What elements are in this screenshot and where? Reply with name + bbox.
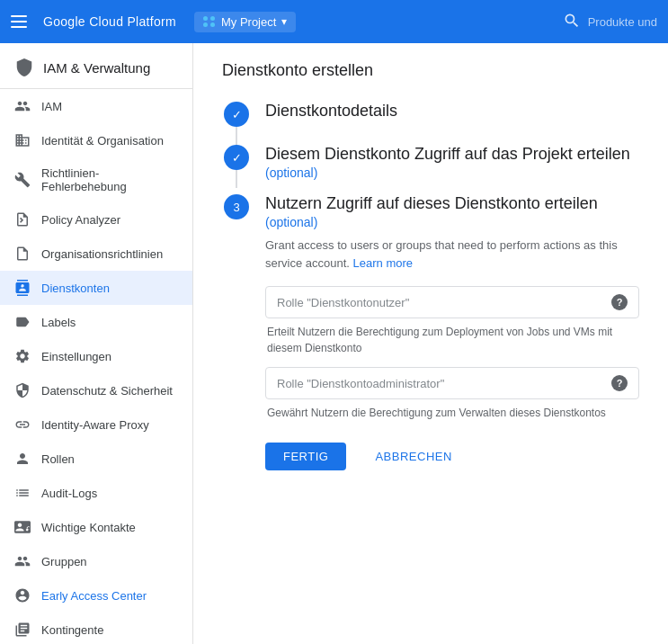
main-content: Dienstkonto erstellen ✓ Dienstkontodetai… (193, 43, 668, 644)
sidebar-label-einstellungen: Einstellungen (41, 350, 111, 363)
step-3-row: 3 Nutzern Zugriff auf dieses Dienstkonto… (222, 194, 639, 485)
sidebar-item-labels[interactable]: Labels (0, 305, 192, 339)
step-3-title: Nutzern Zugriff auf dieses Dienstkonto e… (265, 194, 639, 213)
role-2-help-text: ? (617, 378, 623, 389)
sidebar-item-identity-proxy[interactable]: Identity-Aware Proxy (0, 407, 192, 442)
project-name: My Project (221, 15, 276, 29)
step-2-connector: ✓ (222, 145, 251, 188)
sidebar-item-datenschutz[interactable]: Datenschutz & Sicherheit (0, 373, 192, 407)
app-name: Google Cloud Platform (43, 14, 176, 29)
sidebar-label-kontakte: Wichtige Kontakte (41, 521, 136, 534)
search-label: Produkte und (588, 15, 657, 29)
shield-icon (14, 58, 34, 77)
step-2-circle: ✓ (224, 145, 249, 170)
list-lines-icon (14, 485, 31, 501)
sidebar-label-policy-analyzer: Policy Analyzer (41, 213, 120, 227)
search-icon[interactable] (563, 12, 581, 32)
step-2-subtitle: (optional) (265, 165, 639, 180)
sidebar-label-iam: IAM (41, 100, 62, 113)
sidebar-item-rollen[interactable]: Rollen (0, 442, 192, 476)
gear-icon (14, 348, 31, 364)
role-1-wrapper[interactable]: Rolle "Dienstkontonutzer" ? (265, 286, 639, 318)
sidebar-item-audit-logs[interactable]: Audit-Logs (0, 476, 192, 510)
page-title: Dienstkonto erstellen (222, 61, 639, 80)
people-group-icon (14, 553, 31, 569)
top-navbar: Google Cloud Platform My Project ▾ Produ… (0, 0, 668, 43)
cancel-button[interactable]: ABBRECHEN (361, 443, 466, 470)
star-person-icon (14, 587, 31, 604)
step-2-row: ✓ Diesem Dienstkonto Zugriff auf das Pro… (222, 145, 639, 194)
list-doc-icon (14, 246, 31, 262)
sidebar-item-kontakte[interactable]: Wichtige Kontakte (0, 510, 192, 544)
sidebar-label-identity-org: Identität & Organisation (41, 134, 164, 148)
sidebar-item-gruppen[interactable]: Gruppen (0, 544, 192, 578)
step-1-checkmark: ✓ (232, 108, 242, 121)
sidebar-item-early-access[interactable]: Early Access Center (0, 578, 192, 613)
sidebar-label-policy-fix: Richtlinien-Fehlerbehebung (41, 166, 178, 193)
step-2-checkmark: ✓ (232, 151, 242, 165)
step-1-connector: ✓ (222, 102, 251, 145)
step-3-connector: 3 (222, 194, 251, 219)
sidebar-item-org-policies[interactable]: Organisationsrichtlinien (0, 237, 192, 271)
sidebar-header-title: IAM & Verwaltung (43, 60, 150, 76)
shield-lock-icon (14, 382, 31, 398)
chevron-down-icon: ▾ (281, 15, 287, 28)
role-2-label: Rolle "Dienstkontoadministrator" (277, 377, 444, 390)
sidebar-label-labels: Labels (41, 316, 76, 329)
person-list-icon (14, 519, 31, 535)
role-2-desc: Gewährt Nutzern die Berechtigung zum Ver… (265, 405, 639, 421)
hamburger-menu[interactable] (11, 11, 32, 32)
step-2-line (236, 170, 237, 188)
grid-doc-icon (14, 622, 31, 638)
sidebar-label-kontingente: Kontingente (41, 623, 103, 637)
role-1-label: Rolle "Dienstkontonutzer" (277, 296, 409, 309)
step-3-body-text: Grant access to users or groups that nee… (265, 238, 618, 270)
sidebar-item-policy-fix[interactable]: Richtlinien-Fehlerbehebung (0, 157, 192, 202)
step-2-title: Diesem Dienstkonto Zugriff auf das Proje… (265, 145, 639, 164)
step-1-row: ✓ Dienstkontodetails (222, 102, 639, 145)
step-3-number: 3 (233, 201, 239, 214)
person-badge-icon (14, 451, 31, 467)
main-layout: IAM & Verwaltung IAM Identität & Organis… (0, 43, 668, 644)
sidebar-item-policy-analyzer[interactable]: Policy Analyzer (0, 202, 192, 237)
wrench-icon (14, 172, 31, 188)
learn-more-link[interactable]: Learn more (353, 256, 413, 270)
step-1-title: Dienstkontodetails (265, 102, 639, 121)
sidebar-label-datenschutz: Datenschutz & Sicherheit (41, 384, 173, 398)
role-2-help-icon[interactable]: ? (611, 375, 628, 391)
role-1-help-icon[interactable]: ? (611, 294, 628, 310)
search-area: Produkte und (563, 12, 657, 32)
role-1-help-text: ? (617, 297, 623, 308)
sidebar-label-org-policies: Organisationsrichtlinien (41, 247, 163, 261)
step-1-content: Dienstkontodetails (265, 102, 639, 137)
role-1-desc: Erteilt Nutzern die Berechtigung zum Dep… (265, 324, 639, 356)
button-row: FERTIG ABBRECHEN (265, 443, 639, 470)
sidebar-item-dienstkonten[interactable]: Dienstkonten (0, 271, 192, 305)
tag-icon (14, 314, 31, 330)
stepper: ✓ Dienstkontodetails ✓ Diesem Dienstk (222, 102, 639, 485)
step-3-body: Grant access to users or groups that nee… (265, 237, 639, 272)
sidebar-label-audit-logs: Audit-Logs (41, 487, 97, 500)
step-3-circle: 3 (224, 194, 249, 219)
sidebar-item-identity-org[interactable]: Identität & Organisation (0, 123, 192, 157)
step-3-subtitle: (optional) (265, 215, 639, 229)
network-icon (14, 416, 31, 433)
person-group-icon (14, 98, 31, 114)
role-2-wrapper[interactable]: Rolle "Dienstkontoadministrator" ? (265, 367, 639, 399)
sidebar-item-kontingente[interactable]: Kontingente (0, 613, 192, 644)
sidebar-label-early-access: Early Access Center (41, 589, 147, 603)
step-3-content: Nutzern Zugriff auf dieses Dienstkonto e… (265, 194, 639, 485)
done-button[interactable]: FERTIG (265, 443, 346, 470)
document-search-icon (14, 211, 31, 228)
project-icon (203, 16, 216, 27)
sidebar-label-dienstkonten: Dienstkonten (41, 282, 110, 295)
sidebar-item-einstellungen[interactable]: Einstellungen (0, 339, 192, 373)
sidebar-label-gruppen: Gruppen (41, 555, 87, 568)
step-1-circle: ✓ (224, 102, 249, 127)
project-selector[interactable]: My Project ▾ (194, 12, 296, 32)
sidebar-label-identity-proxy: Identity-Aware Proxy (41, 418, 149, 432)
sidebar-item-iam[interactable]: IAM (0, 89, 192, 123)
step-2-content: Diesem Dienstkonto Zugriff auf das Proje… (265, 145, 639, 194)
building-icon (14, 132, 31, 148)
person-card-icon (14, 280, 31, 296)
